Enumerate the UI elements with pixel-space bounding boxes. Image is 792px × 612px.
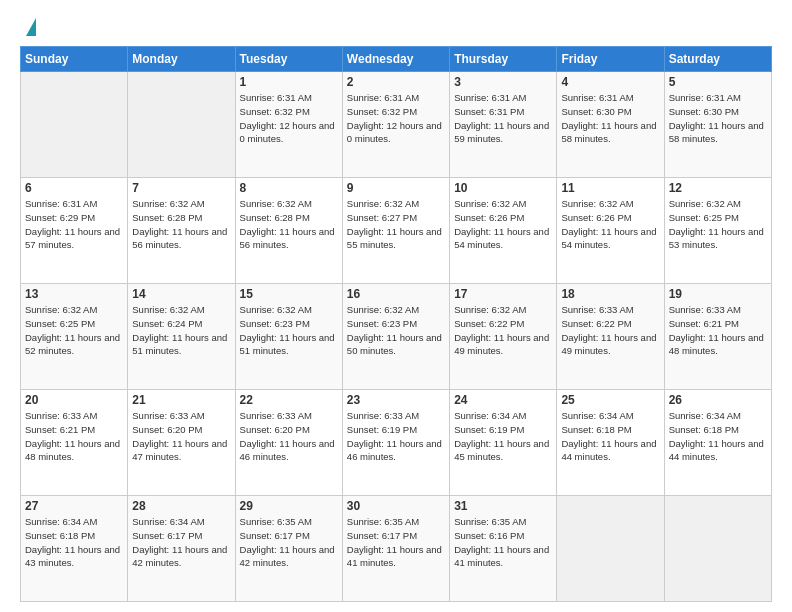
day-info: Sunrise: 6:32 AM Sunset: 6:25 PM Dayligh… xyxy=(669,197,767,252)
day-number: 24 xyxy=(454,393,552,407)
day-info: Sunrise: 6:33 AM Sunset: 6:22 PM Dayligh… xyxy=(561,303,659,358)
day-info: Sunrise: 6:35 AM Sunset: 6:17 PM Dayligh… xyxy=(347,515,445,570)
week-row-1: 1Sunrise: 6:31 AM Sunset: 6:32 PM Daylig… xyxy=(21,72,772,178)
calendar-cell: 23Sunrise: 6:33 AM Sunset: 6:19 PM Dayli… xyxy=(342,390,449,496)
calendar-cell: 11Sunrise: 6:32 AM Sunset: 6:26 PM Dayli… xyxy=(557,178,664,284)
calendar-cell xyxy=(21,72,128,178)
calendar-cell: 13Sunrise: 6:32 AM Sunset: 6:25 PM Dayli… xyxy=(21,284,128,390)
day-info: Sunrise: 6:32 AM Sunset: 6:23 PM Dayligh… xyxy=(240,303,338,358)
calendar-cell: 24Sunrise: 6:34 AM Sunset: 6:19 PM Dayli… xyxy=(450,390,557,496)
calendar: SundayMondayTuesdayWednesdayThursdayFrid… xyxy=(20,46,772,602)
day-number: 23 xyxy=(347,393,445,407)
weekday-monday: Monday xyxy=(128,47,235,72)
calendar-cell: 12Sunrise: 6:32 AM Sunset: 6:25 PM Dayli… xyxy=(664,178,771,284)
calendar-cell xyxy=(557,496,664,602)
day-info: Sunrise: 6:33 AM Sunset: 6:21 PM Dayligh… xyxy=(25,409,123,464)
week-row-5: 27Sunrise: 6:34 AM Sunset: 6:18 PM Dayli… xyxy=(21,496,772,602)
day-info: Sunrise: 6:31 AM Sunset: 6:31 PM Dayligh… xyxy=(454,91,552,146)
day-number: 17 xyxy=(454,287,552,301)
calendar-cell: 30Sunrise: 6:35 AM Sunset: 6:17 PM Dayli… xyxy=(342,496,449,602)
page: SundayMondayTuesdayWednesdayThursdayFrid… xyxy=(0,0,792,612)
calendar-cell: 9Sunrise: 6:32 AM Sunset: 6:27 PM Daylig… xyxy=(342,178,449,284)
day-number: 31 xyxy=(454,499,552,513)
logo-arrow-icon xyxy=(26,18,36,36)
day-number: 9 xyxy=(347,181,445,195)
calendar-cell: 15Sunrise: 6:32 AM Sunset: 6:23 PM Dayli… xyxy=(235,284,342,390)
day-number: 2 xyxy=(347,75,445,89)
calendar-cell: 14Sunrise: 6:32 AM Sunset: 6:24 PM Dayli… xyxy=(128,284,235,390)
day-number: 19 xyxy=(669,287,767,301)
logo xyxy=(20,18,36,36)
day-number: 27 xyxy=(25,499,123,513)
day-number: 5 xyxy=(669,75,767,89)
calendar-cell: 19Sunrise: 6:33 AM Sunset: 6:21 PM Dayli… xyxy=(664,284,771,390)
calendar-cell: 5Sunrise: 6:31 AM Sunset: 6:30 PM Daylig… xyxy=(664,72,771,178)
day-number: 6 xyxy=(25,181,123,195)
day-info: Sunrise: 6:34 AM Sunset: 6:18 PM Dayligh… xyxy=(561,409,659,464)
day-info: Sunrise: 6:32 AM Sunset: 6:24 PM Dayligh… xyxy=(132,303,230,358)
calendar-cell: 29Sunrise: 6:35 AM Sunset: 6:17 PM Dayli… xyxy=(235,496,342,602)
calendar-cell: 7Sunrise: 6:32 AM Sunset: 6:28 PM Daylig… xyxy=(128,178,235,284)
calendar-cell: 3Sunrise: 6:31 AM Sunset: 6:31 PM Daylig… xyxy=(450,72,557,178)
day-info: Sunrise: 6:32 AM Sunset: 6:26 PM Dayligh… xyxy=(561,197,659,252)
header xyxy=(20,18,772,36)
calendar-cell xyxy=(664,496,771,602)
day-info: Sunrise: 6:33 AM Sunset: 6:20 PM Dayligh… xyxy=(240,409,338,464)
day-info: Sunrise: 6:32 AM Sunset: 6:23 PM Dayligh… xyxy=(347,303,445,358)
weekday-saturday: Saturday xyxy=(664,47,771,72)
weekday-friday: Friday xyxy=(557,47,664,72)
day-info: Sunrise: 6:31 AM Sunset: 6:30 PM Dayligh… xyxy=(669,91,767,146)
calendar-cell: 17Sunrise: 6:32 AM Sunset: 6:22 PM Dayli… xyxy=(450,284,557,390)
calendar-cell: 1Sunrise: 6:31 AM Sunset: 6:32 PM Daylig… xyxy=(235,72,342,178)
day-number: 29 xyxy=(240,499,338,513)
calendar-cell: 6Sunrise: 6:31 AM Sunset: 6:29 PM Daylig… xyxy=(21,178,128,284)
day-number: 4 xyxy=(561,75,659,89)
calendar-cell: 27Sunrise: 6:34 AM Sunset: 6:18 PM Dayli… xyxy=(21,496,128,602)
day-info: Sunrise: 6:33 AM Sunset: 6:19 PM Dayligh… xyxy=(347,409,445,464)
day-number: 14 xyxy=(132,287,230,301)
day-info: Sunrise: 6:32 AM Sunset: 6:28 PM Dayligh… xyxy=(132,197,230,252)
day-info: Sunrise: 6:32 AM Sunset: 6:25 PM Dayligh… xyxy=(25,303,123,358)
calendar-cell: 26Sunrise: 6:34 AM Sunset: 6:18 PM Dayli… xyxy=(664,390,771,496)
day-number: 7 xyxy=(132,181,230,195)
day-info: Sunrise: 6:31 AM Sunset: 6:29 PM Dayligh… xyxy=(25,197,123,252)
day-number: 20 xyxy=(25,393,123,407)
calendar-cell xyxy=(128,72,235,178)
day-number: 11 xyxy=(561,181,659,195)
day-info: Sunrise: 6:31 AM Sunset: 6:32 PM Dayligh… xyxy=(240,91,338,146)
day-number: 30 xyxy=(347,499,445,513)
day-info: Sunrise: 6:34 AM Sunset: 6:18 PM Dayligh… xyxy=(25,515,123,570)
calendar-cell: 25Sunrise: 6:34 AM Sunset: 6:18 PM Dayli… xyxy=(557,390,664,496)
weekday-tuesday: Tuesday xyxy=(235,47,342,72)
day-number: 21 xyxy=(132,393,230,407)
calendar-cell: 10Sunrise: 6:32 AM Sunset: 6:26 PM Dayli… xyxy=(450,178,557,284)
day-info: Sunrise: 6:35 AM Sunset: 6:16 PM Dayligh… xyxy=(454,515,552,570)
calendar-cell: 4Sunrise: 6:31 AM Sunset: 6:30 PM Daylig… xyxy=(557,72,664,178)
calendar-cell: 16Sunrise: 6:32 AM Sunset: 6:23 PM Dayli… xyxy=(342,284,449,390)
day-info: Sunrise: 6:33 AM Sunset: 6:20 PM Dayligh… xyxy=(132,409,230,464)
day-info: Sunrise: 6:33 AM Sunset: 6:21 PM Dayligh… xyxy=(669,303,767,358)
day-number: 3 xyxy=(454,75,552,89)
day-info: Sunrise: 6:34 AM Sunset: 6:18 PM Dayligh… xyxy=(669,409,767,464)
day-number: 13 xyxy=(25,287,123,301)
calendar-cell: 2Sunrise: 6:31 AM Sunset: 6:32 PM Daylig… xyxy=(342,72,449,178)
day-number: 25 xyxy=(561,393,659,407)
day-number: 15 xyxy=(240,287,338,301)
calendar-cell: 21Sunrise: 6:33 AM Sunset: 6:20 PM Dayli… xyxy=(128,390,235,496)
day-info: Sunrise: 6:31 AM Sunset: 6:32 PM Dayligh… xyxy=(347,91,445,146)
calendar-cell: 28Sunrise: 6:34 AM Sunset: 6:17 PM Dayli… xyxy=(128,496,235,602)
day-info: Sunrise: 6:32 AM Sunset: 6:26 PM Dayligh… xyxy=(454,197,552,252)
calendar-cell: 18Sunrise: 6:33 AM Sunset: 6:22 PM Dayli… xyxy=(557,284,664,390)
day-info: Sunrise: 6:34 AM Sunset: 6:19 PM Dayligh… xyxy=(454,409,552,464)
day-number: 8 xyxy=(240,181,338,195)
day-info: Sunrise: 6:32 AM Sunset: 6:27 PM Dayligh… xyxy=(347,197,445,252)
weekday-thursday: Thursday xyxy=(450,47,557,72)
weekday-sunday: Sunday xyxy=(21,47,128,72)
day-number: 26 xyxy=(669,393,767,407)
calendar-cell: 20Sunrise: 6:33 AM Sunset: 6:21 PM Dayli… xyxy=(21,390,128,496)
day-info: Sunrise: 6:32 AM Sunset: 6:22 PM Dayligh… xyxy=(454,303,552,358)
week-row-2: 6Sunrise: 6:31 AM Sunset: 6:29 PM Daylig… xyxy=(21,178,772,284)
day-number: 28 xyxy=(132,499,230,513)
day-number: 12 xyxy=(669,181,767,195)
weekday-header-row: SundayMondayTuesdayWednesdayThursdayFrid… xyxy=(21,47,772,72)
